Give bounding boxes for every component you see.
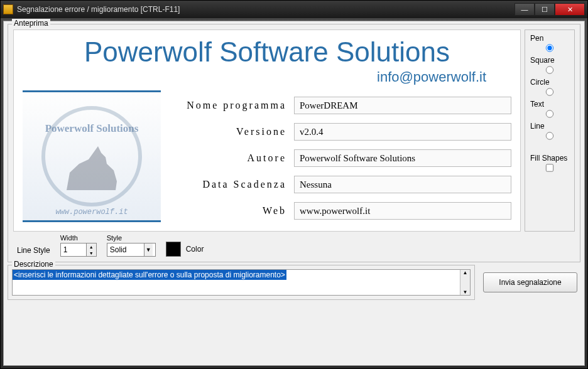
color-label: Color: [186, 245, 204, 254]
titlebar[interactable]: Segnalazione errore / miglioramento [CTR…: [1, 1, 587, 18]
tool-line-radio[interactable]: [531, 132, 569, 139]
preview-group-label: Anteprima: [12, 19, 50, 28]
info-fields: Nome programma Versione Autore: [173, 90, 511, 222]
window-title: Segnalazione errore / miglioramento [CTR…: [17, 5, 514, 14]
tool-pen-label: Pen: [530, 34, 569, 43]
style-value: Solid: [110, 245, 127, 254]
web-field[interactable]: [294, 202, 511, 220]
wolf-icon: [60, 146, 123, 190]
banner-email: info@powerwolf.it: [23, 69, 511, 85]
width-value: 1: [63, 245, 68, 254]
spinner-up-icon[interactable]: ▲: [86, 243, 96, 250]
tool-circle-radio[interactable]: [531, 88, 569, 95]
program-field[interactable]: [294, 97, 511, 114]
scroll-up-icon[interactable]: ▲: [460, 270, 470, 275]
send-button[interactable]: Invia segnalazione: [483, 272, 577, 292]
color-swatch[interactable]: [166, 242, 181, 257]
version-label: Versione: [173, 126, 286, 137]
preview-panel: Powerwolf Software Solutions info@powerw…: [13, 29, 521, 232]
tools-panel: Pen Square Circle Text: [525, 29, 575, 232]
linestyle-row: Line Style Width 1 ▲▼ Style Solid ▼: [13, 232, 575, 257]
app-window: Segnalazione errore / miglioramento [CTR…: [0, 0, 588, 369]
tool-pen-radio[interactable]: [531, 44, 569, 51]
maximize-button[interactable]: ☐: [535, 3, 555, 16]
app-icon: [3, 4, 13, 14]
tool-circle-label: Circle: [530, 78, 569, 87]
author-field[interactable]: [294, 149, 511, 167]
web-label: Web: [173, 205, 286, 217]
width-label: Width: [60, 234, 97, 242]
preview-group: Anteprima Powerwolf Software Solutions i…: [8, 24, 580, 262]
tool-text-radio[interactable]: [531, 110, 569, 117]
tool-square-radio[interactable]: [531, 66, 569, 73]
width-spinner[interactable]: 1 ▲▼: [60, 243, 97, 257]
description-group: Descrizione <inserisci le informazioni d…: [8, 265, 475, 300]
author-label: Autore: [173, 152, 286, 164]
scrollbar[interactable]: ▲ ▼: [460, 270, 470, 295]
tool-line-label: Line: [530, 122, 569, 131]
expiry-label: Data Scadenza: [173, 179, 286, 190]
window-controls: — ☐ ✕: [514, 3, 585, 16]
close-button[interactable]: ✕: [555, 3, 585, 16]
logo-image: Powerwolf Solutions www.powerwolf.it: [23, 90, 161, 222]
minimize-button[interactable]: —: [514, 3, 535, 16]
tool-text-label: Text: [530, 100, 569, 109]
description-textarea[interactable]: <inserisci le informazioni dettagliate s…: [12, 269, 471, 296]
linestyle-label: Line Style: [17, 246, 50, 257]
description-group-label: Descrizione: [12, 260, 55, 269]
logo-url: www.powerwolf.it: [55, 208, 128, 217]
style-label: Style: [107, 234, 156, 242]
version-field[interactable]: [294, 123, 511, 141]
fill-shapes-checkbox[interactable]: [531, 164, 569, 171]
description-placeholder: <inserisci le informazioni dettagliate s…: [13, 270, 286, 280]
logo-circle: [41, 106, 142, 206]
spinner-down-icon[interactable]: ▼: [86, 250, 96, 256]
client-area: Anteprima Powerwolf Software Solutions i…: [3, 21, 585, 366]
chevron-down-icon[interactable]: ▼: [144, 243, 153, 256]
scroll-down-icon[interactable]: ▼: [460, 289, 470, 295]
expiry-field[interactable]: [294, 176, 511, 193]
fill-shapes-label: Fill Shapes: [530, 154, 569, 163]
tool-square-label: Square: [530, 56, 569, 65]
banner-title: Powerwolf Software Solutions: [23, 36, 511, 68]
program-label: Nome programma: [173, 100, 286, 111]
style-combo[interactable]: Solid ▼: [107, 243, 156, 257]
